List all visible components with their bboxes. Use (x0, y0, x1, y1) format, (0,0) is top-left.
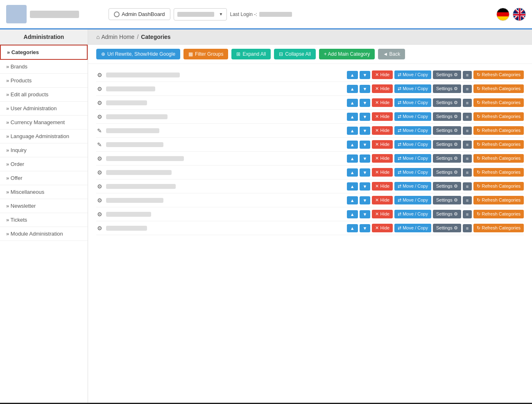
sidebar-item-inquiry[interactable]: » Inquiry (0, 143, 88, 157)
list-button[interactable]: ≡ (463, 113, 472, 121)
category-drag-icon[interactable]: ⚙ (96, 169, 103, 176)
settings-button[interactable]: Settings ⚙ (433, 154, 461, 163)
move-copy-button[interactable]: ⇄ Move / Copy (394, 140, 431, 149)
refresh-categories-button[interactable]: ↻ Refresh Categories (473, 84, 524, 93)
hide-button[interactable]: ✕ Hide (372, 84, 393, 93)
move-copy-button[interactable]: ⇄ Move / Copy (394, 112, 431, 121)
expand-all-button[interactable]: ⊞ Expand All (231, 49, 271, 59)
move-down-button[interactable]: ▼ (360, 196, 371, 204)
sidebar-item-language[interactable]: » Language Administration (0, 129, 88, 143)
refresh-categories-button[interactable]: ↻ Refresh Categories (473, 168, 524, 177)
list-button[interactable]: ≡ (463, 182, 472, 191)
sidebar-item-offer[interactable]: » Offer (0, 171, 88, 185)
list-button[interactable]: ≡ (463, 210, 472, 218)
list-button[interactable]: ≡ (463, 71, 472, 79)
move-copy-button[interactable]: ⇄ Move / Copy (394, 154, 431, 163)
move-down-button[interactable]: ▼ (360, 85, 371, 93)
refresh-categories-button[interactable]: ↻ Refresh Categories (473, 182, 524, 191)
move-up-button[interactable]: ▲ (347, 141, 358, 149)
sidebar-item-products[interactable]: » Products (0, 74, 88, 88)
list-button[interactable]: ≡ (463, 196, 472, 204)
category-drag-icon[interactable]: ⚙ (96, 183, 103, 190)
filter-groups-button[interactable]: ▦ Filter Groups (183, 49, 228, 59)
category-drag-icon[interactable]: ✎ (96, 141, 103, 148)
admin-dashboard-button[interactable]: Admin DashBoard (109, 8, 170, 20)
sidebar-item-brands[interactable]: » Brands (0, 60, 88, 74)
move-down-button[interactable]: ▼ (360, 113, 371, 121)
move-up-button[interactable]: ▲ (347, 113, 358, 121)
move-up-button[interactable]: ▲ (347, 182, 358, 191)
settings-button[interactable]: Settings ⚙ (433, 210, 461, 218)
hide-button[interactable]: ✕ Hide (372, 182, 393, 191)
breadcrumb-home[interactable]: ⌂ Admin Home (96, 34, 134, 40)
category-drag-icon[interactable]: ⚙ (96, 155, 103, 162)
move-copy-button[interactable]: ⇄ Move / Copy (394, 168, 431, 177)
list-button[interactable]: ≡ (463, 168, 472, 177)
back-button[interactable]: ◄ Back (378, 49, 405, 59)
move-down-button[interactable]: ▼ (360, 210, 371, 218)
move-down-button[interactable]: ▼ (360, 127, 371, 135)
move-down-button[interactable]: ▼ (360, 182, 371, 191)
flag-de-icon[interactable] (496, 8, 509, 21)
refresh-categories-button[interactable]: ↻ Refresh Categories (473, 224, 524, 232)
hide-button[interactable]: ✕ Hide (372, 224, 393, 232)
settings-button[interactable]: Settings ⚙ (433, 168, 461, 177)
hide-button[interactable]: ✕ Hide (372, 168, 393, 177)
list-button[interactable]: ≡ (463, 141, 472, 149)
refresh-categories-button[interactable]: ↻ Refresh Categories (473, 112, 524, 121)
category-drag-icon[interactable]: ⚙ (96, 72, 103, 78)
sidebar-item-currency[interactable]: » Currency Management (0, 116, 88, 129)
hide-button[interactable]: ✕ Hide (372, 98, 393, 107)
category-drag-icon[interactable]: ⚙ (96, 211, 103, 218)
category-drag-icon[interactable]: ⚙ (96, 197, 103, 204)
settings-button[interactable]: Settings ⚙ (433, 112, 461, 121)
list-button[interactable]: ≡ (463, 127, 472, 135)
collapse-all-button[interactable]: ⊟ Collapse All (274, 49, 316, 59)
move-down-button[interactable]: ▼ (360, 99, 371, 107)
list-button[interactable]: ≡ (463, 99, 472, 107)
hide-button[interactable]: ✕ Hide (372, 126, 393, 135)
hide-button[interactable]: ✕ Hide (372, 210, 393, 218)
sidebar-item-user-admin[interactable]: » User Administration (0, 102, 88, 116)
header-dropdown[interactable]: ▼ (174, 8, 227, 20)
sidebar-item-edit-products[interactable]: » Edit all products (0, 88, 88, 102)
move-up-button[interactable]: ▲ (347, 85, 358, 93)
sidebar-item-order[interactable]: » Order (0, 157, 88, 171)
move-copy-button[interactable]: ⇄ Move / Copy (394, 70, 431, 79)
category-drag-icon[interactable]: ⚙ (96, 100, 103, 106)
move-copy-button[interactable]: ⇄ Move / Copy (394, 196, 431, 204)
settings-button[interactable]: Settings ⚙ (433, 84, 461, 93)
url-rewrite-button[interactable]: ⊕ Url Rewrite, Show/Hide Google (96, 49, 180, 59)
settings-button[interactable]: Settings ⚙ (433, 70, 461, 79)
move-down-button[interactable]: ▼ (360, 141, 371, 149)
refresh-categories-button[interactable]: ↻ Refresh Categories (473, 126, 524, 135)
list-button[interactable]: ≡ (463, 154, 472, 163)
category-drag-icon[interactable]: ⚙ (96, 86, 103, 92)
move-up-button[interactable]: ▲ (347, 224, 358, 232)
hide-button[interactable]: ✕ Hide (372, 140, 393, 149)
move-copy-button[interactable]: ⇄ Move / Copy (394, 210, 431, 218)
refresh-categories-button[interactable]: ↻ Refresh Categories (473, 70, 524, 79)
hide-button[interactable]: ✕ Hide (372, 154, 393, 163)
hide-button[interactable]: ✕ Hide (372, 112, 393, 121)
refresh-categories-button[interactable]: ↻ Refresh Categories (473, 140, 524, 149)
refresh-categories-button[interactable]: ↻ Refresh Categories (473, 210, 524, 218)
sidebar-item-categories[interactable]: » Categories (0, 45, 88, 60)
sidebar-item-tickets[interactable]: » Tickets (0, 213, 88, 227)
settings-button[interactable]: Settings ⚙ (433, 182, 461, 191)
move-copy-button[interactable]: ⇄ Move / Copy (394, 224, 431, 232)
move-up-button[interactable]: ▲ (347, 210, 358, 218)
move-copy-button[interactable]: ⇄ Move / Copy (394, 84, 431, 93)
move-up-button[interactable]: ▲ (347, 71, 358, 79)
move-copy-button[interactable]: ⇄ Move / Copy (394, 98, 431, 107)
sidebar-item-misc[interactable]: » Miscellaneous (0, 185, 88, 199)
move-up-button[interactable]: ▲ (347, 127, 358, 135)
settings-button[interactable]: Settings ⚙ (433, 98, 461, 107)
move-down-button[interactable]: ▼ (360, 71, 371, 79)
settings-button[interactable]: Settings ⚙ (433, 224, 461, 232)
move-down-button[interactable]: ▼ (360, 154, 371, 163)
refresh-categories-button[interactable]: ↻ Refresh Categories (473, 98, 524, 107)
settings-button[interactable]: Settings ⚙ (433, 140, 461, 149)
move-down-button[interactable]: ▼ (360, 224, 371, 232)
sidebar-item-newsletter[interactable]: » Newsletter (0, 199, 88, 213)
